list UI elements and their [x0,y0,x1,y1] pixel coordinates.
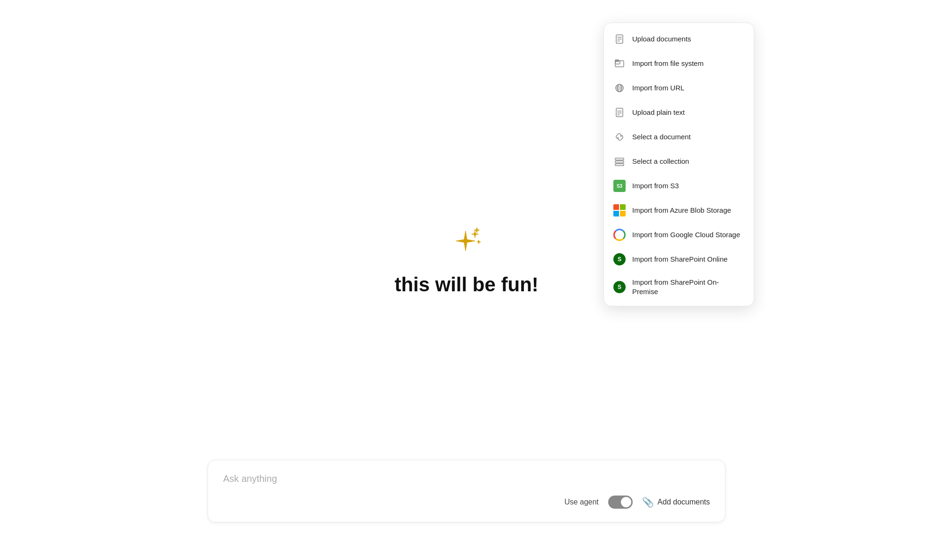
s3-icon: S3 [613,180,626,192]
menu-item-select-collection-label: Select a collection [632,157,689,166]
document-icon [613,33,626,45]
menu-item-import-azure[interactable]: Import from Azure Blob Storage [604,198,754,223]
ask-anything-placeholder[interactable]: Ask anything [223,473,710,484]
menu-item-upload-plain-text-label: Upload plain text [632,108,685,117]
menu-item-import-sharepoint-onpremise[interactable]: S Import from SharePoint On-Premise [604,272,754,302]
svg-rect-20 [615,158,624,160]
menu-item-upload-documents-label: Upload documents [632,34,691,44]
menu-item-import-s3-label: Import from S3 [632,181,679,191]
collection-icon [613,155,626,168]
import-dropdown-menu: Upload documents Import from file system… [603,23,754,306]
svg-rect-8 [615,61,620,64]
menu-item-select-document[interactable]: Select a document [604,125,754,149]
sparkle-icon [448,226,485,273]
file-system-icon [613,57,626,70]
link-icon [613,131,626,143]
globe-icon [613,82,626,94]
gcs-icon [613,229,626,241]
menu-item-import-s3[interactable]: S3 Import from S3 [604,174,754,198]
menu-item-upload-documents[interactable]: Upload documents [604,27,754,51]
paperclip-icon: 📎 [642,496,654,508]
menu-item-import-file-system[interactable]: Import from file system [604,51,754,76]
input-bar: Ask anything Use agent 📎 Add documents [208,460,725,522]
use-agent-toggle[interactable] [608,496,633,509]
svg-rect-22 [615,164,624,166]
azure-icon [613,204,626,216]
menu-item-import-url-label: Import from URL [632,83,684,93]
menu-item-import-sharepoint-online[interactable]: S Import from SharePoint Online [604,247,754,272]
add-documents-label: Add documents [658,498,710,506]
toggle-knob [621,497,631,507]
menu-item-import-azure-label: Import from Azure Blob Storage [632,206,731,215]
svg-rect-21 [615,161,624,163]
sharepoint-online-icon: S [613,253,626,265]
menu-item-select-collection[interactable]: Select a collection [604,149,754,174]
menu-item-import-sharepoint-online-label: Import from SharePoint Online [632,255,728,264]
menu-item-import-file-system-label: Import from file system [632,59,704,68]
add-documents-button[interactable]: 📎 Add documents [642,496,710,508]
menu-item-import-url[interactable]: Import from URL [604,76,754,100]
svg-rect-16 [616,108,623,117]
sharepoint-onpremise-icon: S [613,281,626,293]
menu-item-import-gcs-label: Import from Google Cloud Storage [632,230,740,240]
menu-item-select-document-label: Select a document [632,132,691,142]
menu-item-import-sharepoint-onpremise-label: Import from SharePoint On-Premise [632,278,744,296]
menu-item-import-gcs[interactable]: Import from Google Cloud Storage [604,223,754,247]
text-icon [613,106,626,119]
menu-item-upload-plain-text[interactable]: Upload plain text [604,100,754,125]
use-agent-label: Use agent [564,498,599,506]
hero-text: this will be fun! [394,273,539,296]
